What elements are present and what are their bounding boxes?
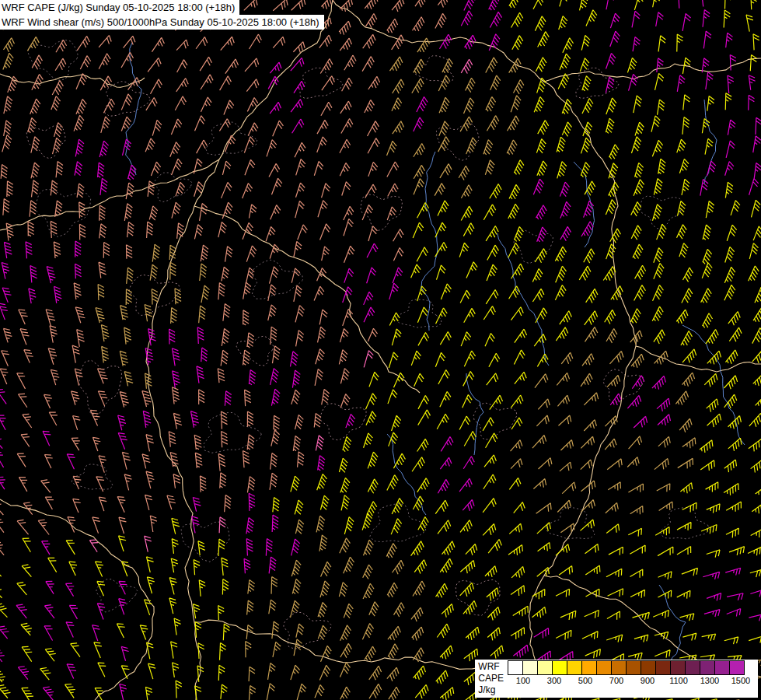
- cape-title: WRF CAPE (J/kg) Sunday 05-10-2025 18:00 …: [0, 0, 239, 15]
- legend-scale-block: 100300500700900110013001500: [508, 660, 756, 697]
- legend-color-cell: [641, 660, 656, 675]
- legend-color-cell: [714, 660, 730, 675]
- legend-tick-label: 1100: [663, 675, 694, 686]
- legend-color-cell: [552, 660, 567, 675]
- legend-color-cell: [581, 660, 597, 675]
- legend-tick-label: 1300: [694, 675, 725, 686]
- wind-shear-title: WRF Wind shear (m/s) 500/1000hPa Sunday …: [0, 15, 324, 30]
- legend-color-cell: [567, 660, 582, 675]
- legend-color-cell: [670, 660, 686, 675]
- legend-units-label: J/kg: [478, 684, 504, 696]
- legend-color-cell: [700, 660, 715, 675]
- legend-tick-labels: 100300500700900110013001500: [508, 675, 756, 686]
- weather-map: WRF CAPE (J/kg) Sunday 05-10-2025 18:00 …: [0, 0, 761, 700]
- legend-tick-label: 900: [632, 675, 663, 686]
- legend-color-cell: [522, 660, 538, 675]
- legend-color-cell: [655, 660, 671, 675]
- legend-color-cell: [611, 660, 627, 675]
- legend-tick-label: 1500: [725, 675, 756, 686]
- legend-model-label: WRF: [478, 661, 504, 673]
- legend-tick-label: 100: [508, 675, 539, 686]
- legend-tick-label: 700: [601, 675, 632, 686]
- legend-tick-label: 500: [570, 675, 601, 686]
- weather-map-canvas: [0, 0, 761, 700]
- legend-color-cell: [685, 660, 700, 675]
- legend-color-cell: [596, 660, 612, 675]
- legend-color-scale: [508, 660, 756, 675]
- cape-legend: WRF CAPE J/kg 10030050070090011001300150…: [475, 660, 758, 698]
- legend-color-cell: [626, 660, 641, 675]
- legend-tick-label: 300: [539, 675, 570, 686]
- legend-variable-label: CAPE: [478, 673, 504, 684]
- legend-text-block: WRF CAPE J/kg: [476, 660, 508, 697]
- legend-color-cell: [537, 660, 553, 675]
- legend-color-cell: [508, 660, 523, 675]
- legend-color-cell: [729, 660, 745, 675]
